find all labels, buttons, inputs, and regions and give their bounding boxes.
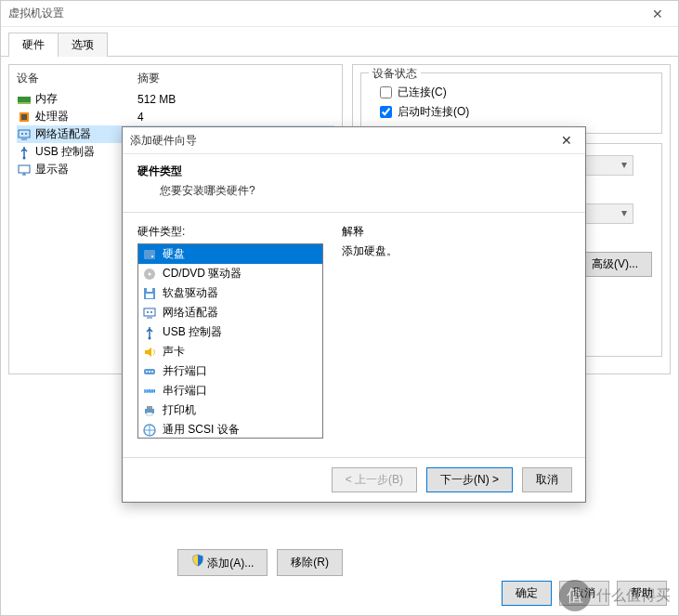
wizard-titlebar: 添加硬件向导 ✕ [123,127,585,154]
col-device: 设备 [17,71,137,86]
checkbox-connected-input[interactable] [380,86,392,98]
floppy-icon [142,286,157,301]
cd-icon [142,267,157,282]
hardware-type-item[interactable]: 通用 SCSI 设备 [138,420,322,439]
device-name: 显示器 [35,162,69,177]
svg-point-10 [151,256,153,257]
sound-icon [142,345,157,360]
device-name: 网络适配器 [35,126,91,142]
hardware-type-label: 硬件类型: [137,224,323,240]
wizard-subheading: 您要安装哪类硬件? [160,183,570,199]
svg-rect-8 [19,165,30,173]
device-name: USB 控制器 [35,144,95,160]
hardware-type-item[interactable]: 软盘驱动器 [138,283,322,303]
checkbox-connect-on-start-input[interactable] [380,106,392,118]
status-legend: 设备状态 [369,66,421,82]
hardware-type-label: 打印机 [163,402,196,418]
hardware-type-item[interactable]: 网络适配器 [138,303,322,322]
checkbox-connect-on-start[interactable]: 启动时连接(O) [380,104,652,120]
hardware-type-item[interactable]: CD/DVD 驱动器 [138,264,322,283]
usb-icon [17,145,32,160]
hardware-type-item[interactable]: 并行端口 [138,361,322,381]
device-name: 处理器 [35,109,69,125]
column-headers: 设备 摘要 [17,71,334,86]
explanation-text: 添加硬盘。 [342,243,570,259]
wizard-cancel-button[interactable]: 取消 [522,467,572,492]
svg-rect-9 [144,250,155,259]
network-icon [142,306,157,321]
tab-hardware[interactable]: 硬件 [8,33,59,57]
svg-rect-1 [18,102,31,104]
hardware-type-item[interactable]: USB 控制器 [138,322,322,342]
hardware-type-label: 通用 SCSI 设备 [163,422,240,438]
watermark-text: 什么值得买 [596,586,671,606]
shield-icon [191,554,204,567]
device-row[interactable]: 内存512 MB [17,90,334,108]
add-hardware-wizard: 添加硬件向导 ✕ 硬件类型 您要安装哪类硬件? 硬件类型: 硬盘CD/DVD 驱… [122,126,586,503]
add-button[interactable]: 添加(A)... [177,549,268,576]
svg-rect-3 [21,114,27,120]
memory-icon [17,92,32,107]
wizard-header: 硬件类型 您要安装哪类硬件? [123,154,585,213]
advanced-button[interactable]: 高级(V)... [578,252,652,277]
disk-icon [142,247,157,262]
hardware-type-list[interactable]: 硬盘CD/DVD 驱动器软盘驱动器网络适配器USB 控制器声卡并行端口0101串… [137,243,323,439]
svg-rect-0 [18,97,31,102]
svg-rect-4 [19,130,30,138]
tab-options[interactable]: 选项 [58,33,108,57]
device-name: 内存 [35,91,58,107]
hardware-type-item[interactable]: 声卡 [138,342,322,361]
network-icon [17,127,32,142]
scsi-icon [142,423,157,438]
cpu-icon [17,110,32,125]
svg-text:0101: 0101 [144,387,154,393]
remove-button[interactable]: 移除(R) [277,549,343,576]
svg-rect-14 [147,288,152,292]
device-summary: 4 [137,111,334,124]
checkbox-connected[interactable]: 已连接(C) [380,85,652,100]
svg-rect-15 [146,294,153,298]
window-title: 虚拟机设置 [8,6,64,21]
svg-point-7 [23,156,26,159]
add-remove-row: 添加(A)... 移除(R) [177,549,343,576]
svg-point-21 [146,371,148,373]
usb-icon [142,325,157,340]
wizard-heading: 硬件类型 [137,164,570,179]
svg-rect-27 [147,406,152,409]
status-fieldset: 设备状态 已连接(C) 启动时连接(O) [360,72,662,134]
hardware-type-label: 网络适配器 [163,305,218,321]
hardware-type-item[interactable]: 0101串行端口 [138,381,322,400]
device-summary: 512 MB [137,93,334,106]
svg-point-17 [147,311,149,313]
hardware-type-label: 软盘驱动器 [163,285,218,301]
parallel-icon [142,364,157,379]
close-icon[interactable]: ✕ [645,3,671,25]
svg-rect-16 [144,308,155,316]
printer-icon [142,403,157,418]
svg-point-12 [149,272,151,275]
ok-button[interactable]: 确定 [502,581,552,606]
wizard-close-icon[interactable]: ✕ [555,131,578,150]
hardware-type-label: USB 控制器 [163,324,222,340]
wizard-next-button[interactable]: 下一步(N) > [426,467,513,492]
svg-point-19 [149,336,151,339]
svg-point-23 [151,371,153,373]
svg-point-18 [150,311,152,313]
device-row[interactable]: 处理器4 [17,108,334,125]
explanation-label: 解释 [342,224,570,240]
svg-rect-28 [147,413,152,415]
tab-strip: 硬件 选项 [8,33,678,57]
titlebar: 虚拟机设置 ✕ [1,1,678,27]
svg-point-6 [25,133,27,135]
hardware-type-label: 串行端口 [163,383,207,399]
watermark: 值 什么值得买 [559,580,671,611]
hardware-type-label: 并行端口 [163,363,207,379]
hardware-type-item[interactable]: 打印机 [138,400,322,420]
wizard-footer: < 上一步(B) 下一步(N) > 取消 [123,457,585,502]
wizard-title: 添加硬件向导 [130,133,197,149]
watermark-logo-icon: 值 [559,580,591,611]
hardware-type-label: CD/DVD 驱动器 [163,266,242,282]
wizard-back-button[interactable]: < 上一步(B) [332,467,417,492]
serial-icon: 0101 [142,384,157,399]
hardware-type-item[interactable]: 硬盘 [138,244,322,264]
